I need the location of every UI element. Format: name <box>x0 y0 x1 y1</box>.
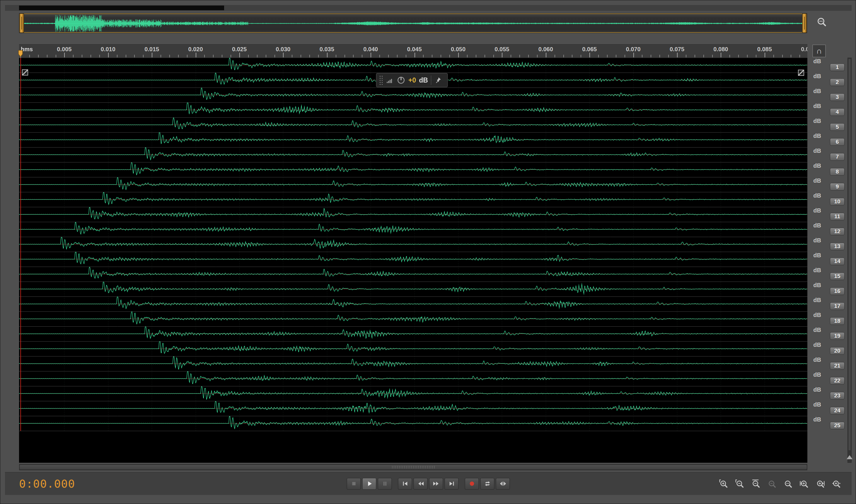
channel-db-label: dB <box>813 73 821 79</box>
zoom-to-selection-button[interactable] <box>748 478 764 490</box>
skip-selection-button[interactable] <box>496 478 510 490</box>
channel-db-label: dB <box>813 312 821 318</box>
horizontal-scrollbar-thumb[interactable] <box>19 465 807 470</box>
channel-db-label: dB <box>813 297 821 303</box>
channel-number-column: 1234567891011121314151617181920212223242… <box>823 58 847 463</box>
skip-to-start-button[interactable] <box>398 478 412 490</box>
channel-db-label: dB <box>813 88 821 94</box>
channel-number-badge[interactable]: 14 <box>830 257 844 265</box>
channel-number-badge[interactable]: 23 <box>830 392 844 399</box>
skip-to-end-button[interactable] <box>445 478 459 490</box>
gain-unit-label: dB <box>419 76 428 84</box>
channel-number-badge[interactable]: 7 <box>830 153 844 161</box>
ruler-tick-label: 0.080 <box>713 46 728 53</box>
channel-number-badge[interactable]: 12 <box>830 228 844 235</box>
channel-number-badge[interactable]: 25 <box>830 422 844 429</box>
channel-db-label: dB <box>813 282 821 288</box>
channel-number-badge[interactable]: 8 <box>830 168 844 176</box>
channel-db-label: dB <box>813 222 821 228</box>
record-button[interactable] <box>465 478 479 490</box>
channel-number-badge[interactable]: 6 <box>830 138 844 146</box>
channel-db-label: dB <box>813 372 821 378</box>
channel-number-badge[interactable]: 20 <box>830 347 844 355</box>
hud-drag-grip-icon[interactable] <box>379 75 383 85</box>
ruler-tick-label: 0.065 <box>582 46 597 53</box>
level-meter-icon <box>386 76 394 84</box>
channel-number-badge[interactable]: 11 <box>830 213 844 220</box>
horizontal-scrollbar[interactable] <box>19 464 807 470</box>
ruler-tick-label: 0.040 <box>363 46 378 53</box>
navigator-zoom-icon[interactable] <box>815 15 828 29</box>
zoom-in-horizontal-button[interactable] <box>829 478 844 490</box>
ruler-tick-label: 0.010 <box>101 46 116 53</box>
channel-number-badge[interactable]: 21 <box>830 362 844 370</box>
navigator-waveform-canvas[interactable] <box>19 14 807 33</box>
vertical-scrollbar-thumb[interactable] <box>848 58 851 451</box>
channel-number-badge[interactable]: 17 <box>830 302 844 310</box>
zoom-navigate-button[interactable] <box>781 478 795 490</box>
fast-forward-button[interactable] <box>429 478 443 490</box>
channel-number-badge[interactable]: 1 <box>830 64 844 71</box>
scrollbar-grip-icon <box>391 466 435 469</box>
navigator-range-bar[interactable] <box>19 13 807 33</box>
zoom-in-time-button[interactable] <box>716 478 731 490</box>
channel-number-badge[interactable]: 18 <box>830 317 844 325</box>
volume-knob-icon[interactable] <box>397 76 406 85</box>
ruler-tick-label: 0.045 <box>407 46 422 53</box>
channel-db-label: dB <box>813 252 821 258</box>
channel-number-badge[interactable]: 22 <box>830 377 844 384</box>
navigator-left-handle[interactable] <box>19 14 24 33</box>
navigator-selection-top-line <box>24 14 802 14</box>
play-button[interactable] <box>362 478 376 490</box>
channel-number-badge[interactable]: 4 <box>830 108 844 116</box>
ruler-tick-label: 0.075 <box>670 46 684 53</box>
channel-number-badge[interactable]: 15 <box>830 272 844 280</box>
navigator-right-handle[interactable] <box>802 14 807 33</box>
channel-db-label: dB <box>813 58 821 64</box>
channel-number-badge[interactable]: 24 <box>830 407 844 414</box>
volume-hud[interactable]: +0 dB <box>376 73 448 88</box>
monitor-icon[interactable]: ∩ <box>812 44 826 57</box>
ruler-major-ticks <box>19 53 807 57</box>
stop-button[interactable] <box>347 478 361 490</box>
zoom-in-at-out-point-button[interactable] <box>812 478 828 490</box>
zoom-out-full-button[interactable] <box>764 478 780 490</box>
ruler-tick-label: 0.005 <box>57 46 71 53</box>
channel-db-label: dB <box>813 386 821 393</box>
zoom-out-time-button[interactable] <box>732 478 747 490</box>
vertical-scrollbar[interactable] <box>848 58 852 463</box>
ruler-tick-label: 0.060 <box>538 46 553 53</box>
ruler-tick-label: 0.090 <box>801 46 807 53</box>
channel-number-badge[interactable]: 13 <box>830 242 844 250</box>
channel-number-badge[interactable]: 10 <box>830 198 844 205</box>
pin-icon[interactable] <box>434 76 442 84</box>
pause-button[interactable] <box>378 478 392 490</box>
loop-playback-button[interactable] <box>480 478 495 490</box>
header-bar <box>5 5 852 11</box>
playhead-marker[interactable] <box>18 50 23 57</box>
channel-number-badge[interactable]: 5 <box>830 123 844 131</box>
ruler-tick-label: 0.025 <box>232 46 247 53</box>
channel-number-badge[interactable]: 2 <box>830 78 844 86</box>
channel-number-badge[interactable]: 3 <box>830 93 844 101</box>
waveform-canvas[interactable] <box>19 58 807 463</box>
channel-number-badge[interactable]: 16 <box>830 287 844 295</box>
channel-db-label: dB <box>813 193 821 198</box>
channel-number-badge[interactable]: 9 <box>830 183 844 191</box>
header-dark-segment <box>19 5 224 10</box>
channel-number-badge[interactable]: 19 <box>830 332 844 340</box>
channel-db-label: dB <box>813 103 821 109</box>
timeline-ruler[interactable]: hms 0.0050.0100.0150.0200.0250.0300.0350… <box>19 44 807 58</box>
status-bar: 0:00.000 <box>5 472 852 495</box>
rewind-button[interactable] <box>414 478 428 490</box>
scroll-up-icon[interactable] <box>845 453 854 461</box>
ruler-tick-label: 0.070 <box>626 46 641 53</box>
zoom-in-at-in-point-button[interactable] <box>797 478 812 490</box>
selection-handle-right[interactable] <box>798 70 804 76</box>
time-display[interactable]: 0:00.000 <box>19 478 75 490</box>
selection-handle-left[interactable] <box>22 69 28 75</box>
ruler-tick-label: 0.015 <box>144 46 159 53</box>
channel-db-label: dB <box>813 342 821 348</box>
channel-db-label: dB <box>813 267 821 273</box>
ruler-tick-label: 0.030 <box>276 46 290 53</box>
